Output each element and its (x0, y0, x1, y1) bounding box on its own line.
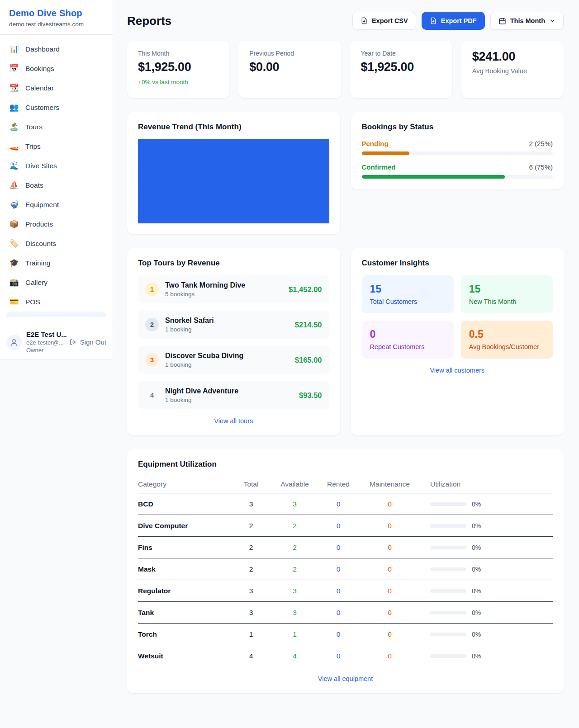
list-item[interactable]: 1 Two Tank Morning Dive 5 bookings $1,45… (138, 275, 329, 303)
stat-label: This Month (138, 50, 218, 57)
utilization-bar (430, 611, 466, 615)
cell-available: 3 (274, 587, 316, 595)
stat-value: $1,925.00 (138, 60, 218, 74)
utilization-bar (430, 633, 466, 636)
sidebar-item-dive-sites[interactable]: 🌊 Dive Sites (0, 156, 113, 175)
sidebar-nav: 📊 Dashboard 📅 Bookings 📆 Calendar 👥 Cust… (0, 35, 113, 325)
cell-maintenance: 0 (361, 522, 418, 530)
insight-value: 0.5 (469, 328, 545, 340)
sidebar-item-bookings[interactable]: 📅 Bookings (0, 59, 113, 78)
export-pdf-label: Export PDF (441, 17, 477, 24)
sidebar-item-equipment[interactable]: 🤿 Equipment (0, 195, 113, 214)
stat-label: Avg Booking Value (472, 67, 553, 75)
sidebar-item-reports-active[interactable] (6, 312, 106, 317)
header-actions: Export CSV Export PDF This Month (352, 12, 564, 30)
sidebar: Demo Dive Shop demo.test.divestreams.com… (0, 0, 113, 359)
bookings-icon: 📅 (9, 64, 19, 73)
cell-maintenance: 0 (361, 630, 418, 638)
list-item[interactable]: 4 Night Dive Adventure 1 booking $93.50 (138, 381, 329, 409)
insight-value: 15 (370, 283, 446, 295)
sidebar-item-pos[interactable]: 💳 POS (0, 292, 113, 312)
export-csv-button[interactable]: Export CSV (352, 12, 416, 30)
file-download-icon (430, 17, 437, 24)
stat-value: $241.00 (472, 50, 553, 64)
period-label: This Month (510, 17, 545, 24)
status-count: 6 (75%) (529, 163, 553, 171)
cell-rented: 0 (316, 652, 361, 660)
cell-available: 3 (274, 609, 316, 617)
view-all-tours-link[interactable]: View all tours (138, 417, 329, 425)
cell-maintenance: 0 (361, 565, 418, 573)
card-title: Bookings by Status (362, 123, 553, 132)
sidebar-item-dashboard[interactable]: 📊 Dashboard (0, 39, 113, 59)
list-item[interactable]: 3 Discover Scuba Diving 1 booking $165.0… (138, 346, 329, 374)
brand: Demo Dive Shop demo.test.divestreams.com (0, 0, 113, 35)
cell-utilization: 0% (418, 522, 553, 529)
user-role: Owner (26, 347, 65, 354)
cell-available: 4 (274, 652, 316, 660)
cell-total: 2 (228, 565, 274, 573)
stats-row: This Month $1,925.00 +0% vs last month P… (127, 41, 564, 98)
table-row: Tank 3 3 0 0 0% (138, 602, 553, 624)
sidebar-item-gallery[interactable]: 📸 Gallery (0, 273, 113, 292)
stat-card-previous-period: Previous Period $0.00 (238, 41, 341, 98)
sidebar-item-customers[interactable]: 👥 Customers (0, 98, 113, 117)
list-item[interactable]: 2 Snorkel Safari 1 booking $214.50 (138, 311, 329, 339)
cell-total: 3 (228, 500, 274, 508)
cell-total: 2 (228, 544, 274, 552)
view-all-equipment-link[interactable]: View all equipment (138, 675, 553, 682)
sidebar-item-calendar[interactable]: 📆 Calendar (0, 78, 113, 98)
insight-label: Avg Bookings/Customer (469, 343, 545, 350)
user-footer: E2E Test U... e2e-tester@... Owner Sign … (0, 325, 113, 359)
sidebar-item-tours[interactable]: 🏝️ Tours (0, 117, 113, 137)
tour-bookings: 5 bookings (165, 291, 282, 298)
equipment-table: Category Total Available Rented Maintena… (138, 475, 553, 667)
utilization-bar (430, 654, 466, 658)
stat-value: $0.00 (249, 60, 330, 74)
cell-utilization: 0% (418, 501, 553, 508)
period-dropdown[interactable]: This Month (490, 12, 564, 30)
user-info: E2E Test U... e2e-tester@... Owner (26, 331, 65, 354)
file-download-icon (361, 17, 368, 24)
cell-category: Wetsuit (138, 652, 228, 660)
tours-icon: 🏝️ (9, 122, 19, 132)
sidebar-item-label: Dashboard (25, 45, 60, 53)
view-all-customers-link[interactable]: View all customers (362, 367, 553, 374)
utilization-bar (430, 546, 466, 549)
stat-label: Year to Date (361, 50, 441, 57)
sidebar-item-label: Bookings (25, 65, 54, 73)
table-row: Torch 1 1 0 0 0% (138, 624, 553, 645)
cell-category: Fins (138, 544, 228, 552)
sidebar-item-training[interactable]: 🎓 Training (0, 253, 113, 273)
cell-available: 1 (274, 630, 316, 638)
status-label: Confirmed (362, 163, 396, 171)
cell-category: Regulator (138, 587, 228, 595)
cell-maintenance: 0 (361, 609, 418, 617)
sidebar-item-boats[interactable]: ⛵ Boats (0, 175, 113, 195)
customer-insights-card: Customer Insights 15 Total Customers 15 … (351, 248, 564, 435)
stat-label: Previous Period (249, 50, 330, 57)
logout-icon (69, 338, 77, 346)
stat-delta: +0% vs last month (138, 79, 218, 85)
tour-bookings: 1 booking (165, 361, 289, 368)
tour-name: Two Tank Morning Dive (165, 281, 282, 289)
cell-rented: 0 (316, 587, 361, 595)
utilization-bar (430, 524, 466, 528)
card-title: Customer Insights (362, 259, 553, 268)
rank-badge: 1 (145, 283, 159, 296)
cell-rented: 0 (316, 565, 361, 573)
sign-out-button[interactable]: Sign Out (69, 338, 106, 346)
sidebar-item-discounts[interactable]: 🏷️ Discounts (0, 234, 113, 253)
sidebar-item-trips[interactable]: 🚤 Trips (0, 137, 113, 156)
sidebar-item-label: Trips (25, 142, 41, 151)
row-lists: Top Tours by Revenue 1 Two Tank Morning … (127, 248, 564, 435)
sidebar-item-products[interactable]: 📦 Products (0, 214, 113, 234)
user-name: E2E Test U... (26, 331, 65, 338)
stat-card-avg-booking-value: $241.00 Avg Booking Value (461, 41, 564, 98)
customers-icon: 👥 (9, 103, 19, 112)
cell-rented: 0 (316, 522, 361, 530)
export-pdf-button[interactable]: Export PDF (422, 12, 485, 30)
sidebar-item-label: Calendar (25, 84, 54, 92)
insight-label: Total Customers (370, 298, 446, 305)
sidebar-item-label: POS (25, 298, 40, 306)
